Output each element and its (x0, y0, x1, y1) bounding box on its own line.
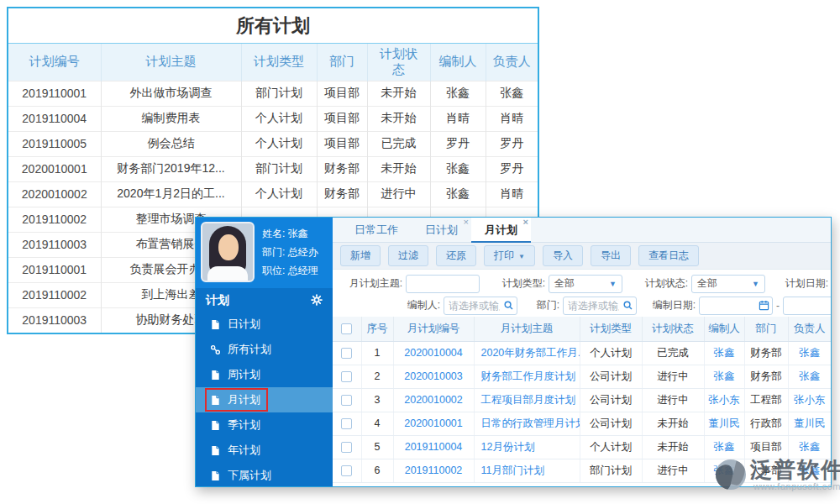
导出-button[interactable]: 导出▼ (591, 245, 631, 266)
cell-seq: 6 (361, 459, 393, 482)
cell-owner: 罗丹 (486, 131, 538, 156)
cell-dept: 项目部 (744, 435, 788, 459)
tab-日常工作[interactable]: 日常工作 × (341, 218, 412, 242)
cell-owner: 罗丹 (486, 156, 538, 181)
type-filter-select[interactable]: 全部▼ (549, 275, 622, 293)
column-header: 计划主题 (101, 44, 241, 81)
make-date-filter-label: 编制日期: (643, 298, 696, 312)
row-checkbox[interactable] (341, 395, 352, 406)
sidebar-item-label: 年计划 (228, 443, 260, 458)
status-filter-label: 计划状态: (639, 276, 688, 291)
cell-type: 个人计划 (241, 181, 317, 207)
sidebar-item-年计划[interactable]: 年计划 (196, 438, 333, 463)
table-row: 2019110005 例会总结 个人计划 项目部 已完成 罗丹 罗丹 (8, 131, 538, 156)
select-all-checkbox[interactable] (341, 323, 352, 334)
cell-plan-no: 2019110005 (8, 131, 101, 156)
subject-filter-label: 月计划主题: (333, 276, 402, 291)
search-icon[interactable] (503, 300, 514, 311)
cell-dept: 财务部 (317, 181, 367, 207)
file-icon (210, 420, 221, 431)
cell-owner: 肖晴 (486, 181, 538, 207)
sidebar-item-label: 季计划 (228, 417, 260, 433)
plan-date-filter-label: 计划日期: (782, 276, 828, 291)
cell-creator-link[interactable]: 董川民 (704, 412, 744, 435)
cell-creator-link[interactable]: 张鑫 (704, 365, 744, 388)
subject-filter-input[interactable] (406, 275, 480, 293)
sidebar-item-日计划[interactable]: 日计划 (196, 312, 333, 337)
查看日志-button[interactable]: 查看日志▼ (638, 245, 699, 266)
cell-type: 个人计划 (241, 131, 317, 156)
date-range-separator: - (776, 300, 780, 312)
cell-type: 个人计划 (241, 106, 317, 131)
cell-dept: 工程部 (744, 388, 788, 412)
cell-plan-no: 2020010002 (8, 181, 101, 207)
sidebar-item-所有计划[interactable]: 所有计划 (196, 337, 333, 362)
cell-owner-link[interactable]: 张鑫 (788, 341, 831, 365)
cell-owner-link[interactable]: 张鑫 (788, 435, 831, 459)
tab-月计划[interactable]: 月计划 × (471, 218, 531, 243)
calendar-icon[interactable] (759, 300, 769, 311)
cell-owner-link[interactable]: 张鑫 (788, 365, 831, 388)
cell-plan-no-link[interactable]: 2020010001 (393, 412, 474, 435)
sidebar-item-周计划[interactable]: 周计划 (196, 362, 333, 387)
filter-area: 月计划主题: 计划类型: 全部▼ 计划状态: 全部▼ 计划日期: 编制人: 部门… (333, 270, 831, 317)
row-checkbox[interactable] (341, 465, 352, 476)
cell-creator-link[interactable]: 张鑫 (704, 435, 744, 459)
cell-type: 公司计划 (580, 412, 642, 435)
cell-owner-link[interactable]: 董川民 (788, 412, 831, 435)
打印-button[interactable]: 打印▼ (484, 245, 535, 266)
cell-status: 进行中 (367, 181, 430, 207)
新增-button[interactable]: 新增▼ (340, 245, 381, 266)
cell-subject-link[interactable]: 日常的行政管理月计划 (474, 412, 580, 435)
table-row: 1 2020010004 2020年财务部工作月... 个人计划 已完成 张鑫 … (333, 341, 831, 365)
cell-plan-no-link[interactable]: 2020010002 (393, 388, 474, 412)
cell-subject-link[interactable]: 2020年财务部工作月... (474, 341, 580, 365)
column-header: 部门 (317, 44, 367, 81)
cell-creator-link[interactable]: 张小东 (704, 388, 744, 412)
cell-plan-no-link[interactable]: 2019110002 (393, 459, 474, 482)
cell-subject-link[interactable]: 工程项目部月度计划 (474, 388, 580, 412)
cell-subject-link[interactable]: 12月份计划 (474, 435, 580, 459)
close-icon[interactable]: × (523, 218, 528, 227)
cell-owner-link[interactable]: 张小东 (788, 388, 831, 412)
cell-subject-link[interactable]: 11月部门计划 (474, 459, 580, 482)
table-row: 2019110001 外出做市场调查 部门计划 项目部 未开始 张鑫 张鑫 (8, 81, 538, 106)
column-header: 月计划主题 (474, 317, 580, 341)
chevron-down-icon: ▼ (609, 280, 617, 288)
table-row: 2019110004 编制费用表 个人计划 项目部 未开始 肖晴 肖晴 (8, 106, 538, 131)
close-icon[interactable]: × (464, 218, 469, 227)
cell-plan-no-link[interactable]: 2020010004 (393, 341, 474, 365)
tab-label: 日常工作 (354, 223, 398, 236)
column-header: 序号 (361, 317, 393, 341)
导入-button[interactable]: 导入▼ (543, 245, 583, 266)
cell-subject-link[interactable]: 财务部工作月度计划 (474, 365, 580, 388)
search-icon[interactable] (622, 300, 633, 311)
sidebar-item-月计划[interactable]: 月计划 (196, 387, 333, 412)
make-date-to-input[interactable] (783, 297, 832, 315)
过滤-button[interactable]: 过滤▼ (388, 245, 428, 266)
cell-seq: 1 (361, 341, 393, 365)
row-checkbox[interactable] (341, 418, 352, 429)
cell-subject: 外出做市场调查 (101, 81, 241, 106)
row-checkbox[interactable] (341, 371, 352, 382)
cell-creator-link[interactable]: 张鑫 (704, 341, 744, 365)
还原-button[interactable]: 还原▼ (436, 245, 476, 266)
tab-日计划[interactable]: 日计划 × (412, 218, 471, 242)
sidebar-section-header: 计划 (196, 288, 333, 312)
cell-plan-no-link[interactable]: 2020010003 (393, 365, 474, 388)
row-checkbox[interactable] (341, 348, 352, 359)
sidebar-item-季计划[interactable]: 季计划 (196, 412, 333, 438)
watermark-url: www.fanpusoft.com (753, 481, 840, 492)
cell-subject: 2020年1月2日的工... (101, 181, 241, 207)
column-header: 编制人 (704, 317, 744, 341)
row-checkbox[interactable] (341, 442, 352, 453)
sidebar-menu: 日计划 所有计划 周计划 (196, 312, 333, 487)
cell-plan-no-link[interactable]: 2019110004 (393, 435, 474, 459)
status-filter-select[interactable]: 全部▼ (691, 275, 765, 293)
gear-icon[interactable] (311, 294, 323, 306)
cell-creator: 张鑫 (430, 81, 486, 106)
sidebar-item-label: 下属计划 (228, 468, 271, 483)
sidebar-item-下属计划[interactable]: 下属计划 (196, 463, 333, 487)
table-header-row: 序号 月计划编号 月计划主题 计划类型 计划状态 编制人 部门 负责人 (333, 317, 831, 341)
cell-type: 个人计划 (580, 341, 642, 365)
